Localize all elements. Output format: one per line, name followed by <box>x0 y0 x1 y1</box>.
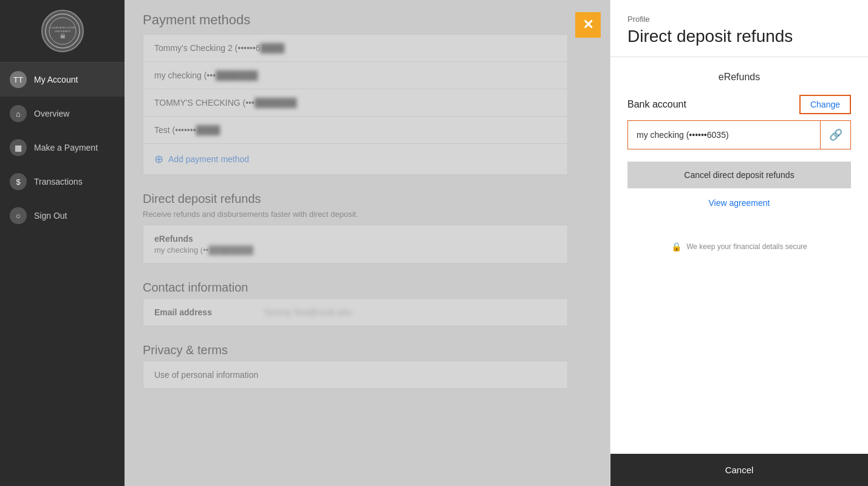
sidebar-item-my-account[interactable]: TT My Account <box>0 63 125 97</box>
right-panel: Profile Direct deposit refunds eRefunds … <box>610 0 868 486</box>
panel-footer: Cancel <box>610 454 868 486</box>
make-payment-icon: ▦ <box>10 139 27 156</box>
sidebar-item-label-my-account: My Account <box>34 75 78 84</box>
erefunds-section-title: eRefunds <box>627 72 851 83</box>
view-agreement-link[interactable]: View agreement <box>627 198 851 208</box>
svg-text:CALIFORNIA STATE: CALIFORNIA STATE <box>50 26 75 29</box>
close-icon: ✕ <box>583 18 593 32</box>
sidebar-item-label-overview: Overview <box>34 109 69 118</box>
bank-account-input-row: 🔗 <box>627 120 851 149</box>
university-logo: CALIFORNIA STATE UNIVERSITY 🏛 <box>41 10 84 52</box>
panel-header: Profile Direct deposit refunds <box>610 0 868 57</box>
cancel-direct-deposit-button[interactable]: Cancel direct deposit refunds <box>627 162 851 188</box>
panel-body: eRefunds Bank account Change 🔗 Cancel di… <box>610 57 868 454</box>
panel-profile-label: Profile <box>627 15 851 24</box>
bank-account-label: Bank account <box>627 99 686 110</box>
my-account-icon: TT <box>10 71 27 88</box>
sidebar-logo: CALIFORNIA STATE UNIVERSITY 🏛 <box>0 0 125 63</box>
sign-out-icon: ○ <box>10 207 27 224</box>
close-modal-button[interactable]: ✕ <box>575 12 601 38</box>
transactions-icon: $ <box>10 173 27 190</box>
link-icon: 🔗 <box>829 128 842 142</box>
sidebar-item-label-transactions: Transactions <box>34 177 83 187</box>
sidebar-item-label-sign-out: Sign Out <box>34 211 67 221</box>
sidebar-item-label-make-payment: Make a Payment <box>34 143 98 152</box>
sidebar: CALIFORNIA STATE UNIVERSITY 🏛 TT My Acco… <box>0 0 125 486</box>
sidebar-item-transactions[interactable]: $ Transactions <box>0 165 125 199</box>
bank-account-section: Bank account Change 🔗 <box>627 95 851 149</box>
overview-icon: ⌂ <box>10 105 27 122</box>
svg-text:UNIVERSITY: UNIVERSITY <box>54 30 71 33</box>
cancel-footer-button[interactable]: Cancel <box>610 454 868 486</box>
lock-icon: 🔒 <box>671 242 682 252</box>
link-icon-button[interactable]: 🔗 <box>820 121 850 149</box>
sidebar-item-sign-out[interactable]: ○ Sign Out <box>0 199 125 233</box>
change-button[interactable]: Change <box>801 96 850 113</box>
sidebar-item-overview[interactable]: ⌂ Overview <box>0 97 125 131</box>
secure-note: 🔒 We keep your financial details secure <box>627 232 851 261</box>
sidebar-nav: TT My Account ⌂ Overview ▦ Make a Paymen… <box>0 63 125 486</box>
bank-account-input[interactable] <box>628 123 820 147</box>
panel-title: Direct deposit refunds <box>627 26 851 47</box>
bank-account-header: Bank account Change <box>627 95 851 114</box>
change-button-wrapper: Change <box>799 95 851 114</box>
secure-note-text: We keep your financial details secure <box>686 242 807 251</box>
sidebar-item-make-payment[interactable]: ▦ Make a Payment <box>0 131 125 165</box>
svg-text:🏛: 🏛 <box>60 33 65 39</box>
